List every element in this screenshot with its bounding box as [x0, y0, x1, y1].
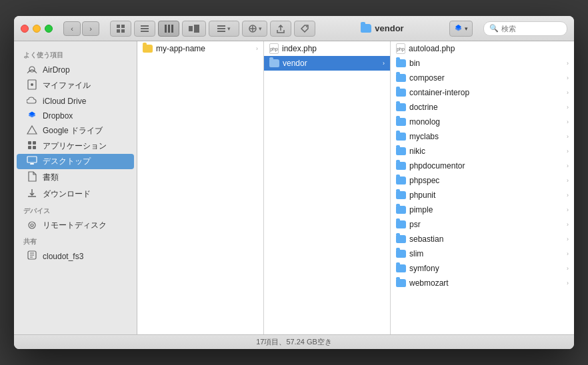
list-item[interactable]: phpspec ›: [391, 173, 574, 188]
sidebar: よく使う項目 AirDrop マイファイル iCloud Drive: [14, 41, 137, 334]
list-item[interactable]: phpunit ›: [391, 188, 574, 202]
share-button[interactable]: [270, 21, 291, 37]
icon-view-button[interactable]: [110, 21, 131, 37]
svg-point-24: [31, 83, 33, 86]
file-name: monolog: [409, 117, 563, 127]
sidebar-item-remotedisk[interactable]: リモートディスク: [17, 218, 134, 233]
chevron-right-icon: ›: [567, 236, 569, 242]
minimize-button[interactable]: [33, 25, 41, 33]
sidebar-item-dropbox[interactable]: Dropbox: [17, 109, 134, 123]
myfiles-icon: [26, 79, 38, 92]
sidebar-item-downloads[interactable]: ダウンロード: [17, 186, 134, 202]
forward-button[interactable]: ›: [82, 21, 99, 36]
chevron-right-icon: ›: [567, 206, 569, 213]
arrange-button[interactable]: ▾: [209, 21, 239, 37]
file-column-1: my-app-name ›: [137, 41, 264, 334]
sidebar-myfiles-label: マイファイル: [43, 80, 91, 91]
sidebar-item-applications[interactable]: アプリケーション: [17, 139, 134, 154]
folder-icon: [396, 177, 406, 184]
close-button[interactable]: [21, 25, 29, 33]
googledrive-icon: [26, 125, 38, 137]
svg-point-36: [31, 224, 33, 226]
list-item[interactable]: pimple ›: [391, 202, 574, 217]
sidebar-item-documents[interactable]: 書類: [17, 169, 134, 186]
folder-icon: [396, 59, 406, 67]
svg-rect-3: [121, 29, 125, 33]
list-item[interactable]: monolog ›: [391, 115, 574, 129]
chevron-right-icon: ›: [567, 250, 569, 257]
column-view-button[interactable]: [158, 21, 179, 37]
coverflow-view-button[interactable]: [182, 21, 206, 37]
folder-icon: [143, 45, 153, 53]
list-item[interactable]: webmozart ›: [391, 276, 574, 290]
list-item[interactable]: phpdocumentor ›: [391, 159, 574, 173]
svg-rect-30: [33, 141, 36, 145]
svg-rect-0: [117, 25, 120, 28]
list-item[interactable]: bin ›: [391, 56, 574, 71]
list-item[interactable]: vendor ›: [264, 56, 390, 71]
action-button[interactable]: ▾: [242, 21, 267, 37]
titlebar: ‹ › ▾: [14, 16, 574, 41]
devices-section-label: デバイス: [14, 202, 137, 218]
file-name: myclabs: [409, 132, 563, 141]
chevron-right-icon: ›: [567, 104, 569, 111]
tag-button[interactable]: [294, 21, 315, 37]
dropbox-sidebar-icon: [26, 111, 38, 121]
file-name: symfony: [409, 264, 563, 273]
status-text: 17項目、57.24 GB空き: [256, 337, 332, 347]
sidebar-item-googledrive[interactable]: Google ドライブ: [17, 123, 134, 139]
list-item[interactable]: my-app-name ›: [137, 41, 263, 56]
file-name: autoload.php: [409, 44, 569, 53]
list-item[interactable]: nikic ›: [391, 144, 574, 159]
icloud-icon: [26, 96, 38, 107]
statusbar: 17項目、57.24 GB空き: [14, 334, 574, 349]
sidebar-item-myfiles[interactable]: マイファイル: [17, 77, 134, 94]
list-view-button[interactable]: [134, 21, 155, 37]
chevron-right-icon: ›: [567, 119, 569, 125]
sidebar-dropbox-label: Dropbox: [43, 111, 73, 121]
list-item[interactable]: doctrine ›: [391, 100, 574, 115]
folder-icon: [396, 264, 406, 272]
chevron-right-icon: ›: [567, 280, 569, 286]
svg-rect-7: [165, 25, 167, 33]
sidebar-item-cloudot[interactable]: cloudot_fs3: [17, 248, 134, 264]
cloudot-icon: [26, 250, 38, 262]
list-item[interactable]: php index.php: [264, 41, 390, 56]
file-column-3: php autoload.php bin › composer › contai…: [391, 41, 574, 334]
svg-rect-2: [117, 29, 120, 33]
svg-rect-8: [168, 25, 170, 33]
folder-icon: [396, 147, 406, 155]
folder-icon: [396, 74, 406, 82]
file-name: composer: [409, 73, 563, 83]
sidebar-item-desktop[interactable]: デスクトップ: [17, 154, 134, 169]
file-name: phpspec: [409, 176, 563, 185]
svg-rect-14: [217, 31, 225, 32]
nav-buttons: ‹ ›: [63, 21, 99, 36]
search-icon: 🔍: [489, 24, 499, 33]
back-button[interactable]: ‹: [63, 21, 81, 36]
search-box[interactable]: 🔍: [483, 21, 567, 36]
dropbox-toolbar-button[interactable]: ▾: [449, 21, 473, 37]
maximize-button[interactable]: [45, 25, 53, 33]
list-item[interactable]: container-interop ›: [391, 85, 574, 100]
list-item[interactable]: psr ›: [391, 217, 574, 232]
chevron-right-icon: ›: [567, 163, 569, 169]
downloads-icon: [26, 188, 38, 200]
svg-rect-34: [30, 163, 34, 165]
traffic-lights: [21, 25, 53, 33]
folder-icon: [396, 191, 406, 199]
search-input[interactable]: [501, 25, 561, 33]
svg-point-18: [306, 26, 307, 27]
list-item[interactable]: myclabs ›: [391, 129, 574, 144]
sidebar-item-icloud[interactable]: iCloud Drive: [17, 94, 134, 109]
list-item[interactable]: symfony ›: [391, 261, 574, 276]
list-item[interactable]: php autoload.php: [391, 41, 574, 56]
list-item[interactable]: sebastian ›: [391, 232, 574, 246]
file-name: doctrine: [409, 103, 563, 112]
title-folder-icon: [361, 24, 371, 33]
svg-rect-10: [189, 26, 193, 31]
list-item[interactable]: composer ›: [391, 71, 574, 85]
view-controls: ▾ ▾: [110, 21, 315, 37]
sidebar-item-airdrop[interactable]: AirDrop: [17, 62, 134, 77]
list-item[interactable]: slim ›: [391, 246, 574, 261]
